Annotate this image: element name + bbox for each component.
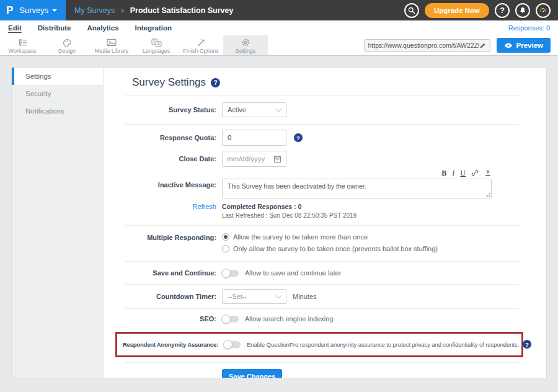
search-icon	[408, 7, 415, 14]
responses-summary: Completed Responses : 0 Last Refreshed :…	[222, 203, 356, 219]
close-date-label: Close Date:	[125, 155, 216, 163]
product-switcher[interactable]: P Surveys	[0, 0, 66, 20]
nav-tab-edit[interactable]: Edit	[8, 24, 22, 32]
radio-option-multiple-allowed[interactable]: Allow the survey to be taken more than o…	[222, 233, 438, 241]
breadcrumb: My Surveys > Product Satisfaction Survey	[74, 6, 233, 15]
breadcrumb-separator: >	[120, 7, 124, 14]
page-content: Settings Security Notifications Survey S…	[0, 56, 558, 378]
close-date-input[interactable]: mm/dd/yyyy	[222, 151, 286, 167]
magic-wand-icon	[197, 38, 206, 47]
italic-icon[interactable]: I	[452, 169, 454, 177]
toggle-knob	[221, 269, 231, 278]
upgrade-now-button[interactable]: Upgrade Now	[425, 3, 489, 18]
image-icon	[107, 38, 117, 47]
bell-icon	[519, 7, 526, 14]
translate-icon: x A	[151, 38, 162, 47]
close-date-row: Close Date: mm/dd/yyyy	[125, 151, 519, 167]
underline-icon[interactable]: U	[460, 169, 466, 177]
help-button[interactable]: ?	[495, 3, 510, 18]
survey-status-select[interactable]: Active	[222, 102, 286, 117]
survey-url-field[interactable]: https://www.questionpro.com/t/AW22Zf4yf	[364, 39, 490, 52]
last-refreshed: Last Refreshed : Sun Dec 08 22:50:35 PST…	[222, 212, 356, 219]
response-quota-help-icon[interactable]: ?	[294, 133, 303, 142]
save-continue-toggle[interactable]	[222, 270, 239, 277]
responses-count[interactable]: Responses: 0	[508, 24, 550, 32]
response-quota-row: Response Quota: ?	[125, 130, 519, 146]
survey-nav: Edit Distribute Analytics Integration Re…	[0, 20, 558, 35]
sidebar-item-settings[interactable]: Settings	[12, 68, 103, 85]
radio-option-label: Only allow the survey to be taken once (…	[233, 245, 438, 252]
tab-workspace[interactable]: Workspace	[0, 35, 45, 55]
countdown-timer-label: Countdown Timer:	[125, 293, 216, 300]
breadcrumb-my-surveys[interactable]: My Surveys	[74, 6, 115, 15]
radio-selected-icon[interactable]	[222, 233, 229, 241]
response-quota-label: Response Quota:	[125, 134, 216, 141]
tab-media-library-label: Media Library	[95, 48, 129, 54]
search-button[interactable]	[404, 3, 419, 18]
sidebar-item-security[interactable]: Security	[12, 85, 103, 102]
settings-sidebar: Settings Security Notifications	[12, 68, 104, 378]
upload-image-icon[interactable]	[484, 169, 492, 177]
tab-workspace-label: Workspace	[9, 48, 37, 54]
inactive-message-row: Inactive Message: B I U	[125, 169, 519, 200]
response-quota-input[interactable]	[222, 130, 286, 146]
survey-status-label: Survey Status:	[125, 106, 216, 114]
bold-icon[interactable]: B	[441, 169, 446, 177]
page-title: Survey Settings	[132, 76, 206, 89]
gauge-icon	[539, 7, 547, 14]
countdown-timer-value: --Set--	[228, 293, 247, 300]
inactive-message-editor: B I U	[222, 169, 492, 200]
score-gauge-button[interactable]	[536, 3, 551, 18]
save-continue-label: Save and Continue:	[125, 269, 216, 277]
workspace-icon	[17, 38, 28, 47]
toolbar-right: https://www.questionpro.com/t/AW22Zf4yf …	[364, 35, 558, 55]
tab-settings[interactable]: Settings	[223, 35, 268, 55]
countdown-timer-row: Countdown Timer: --Set-- Minutes	[125, 284, 519, 308]
multiple-responding-label: Multiple Responding:	[125, 233, 216, 241]
quota-section: Response Quota: ? Close Date: mm/dd/yyyy	[125, 124, 519, 225]
notifications-button[interactable]	[515, 3, 530, 18]
calendar-icon[interactable]	[273, 155, 281, 163]
surveys-menu[interactable]: Surveys	[19, 6, 57, 15]
inactive-message-textarea[interactable]: This Survey has been deactivated by the …	[222, 179, 492, 198]
seo-toggle[interactable]	[222, 316, 239, 323]
sidebar-item-notifications[interactable]: Notifications	[12, 102, 103, 120]
edit-pencil-icon[interactable]	[479, 42, 486, 49]
settings-card: Settings Security Notifications Survey S…	[11, 67, 547, 378]
link-icon[interactable]	[471, 169, 479, 177]
countdown-timer-select[interactable]: --Set--	[222, 289, 286, 304]
anonymity-label: Respondent Anonymity Assurance:	[120, 341, 218, 348]
survey-settings-help-icon[interactable]: ?	[211, 78, 220, 87]
header-actions: Upgrade Now ?	[404, 3, 558, 18]
nav-tab-distribute[interactable]: Distribute	[38, 24, 71, 32]
survey-status-row: Survey Status: Active	[125, 95, 519, 124]
radio-option-label: Allow the survey to be taken more than o…	[233, 233, 368, 241]
title-row: Survey Settings ?	[125, 68, 519, 95]
tab-design[interactable]: Design	[45, 35, 89, 55]
radio-option-once-only[interactable]: Only allow the survey to be taken once (…	[222, 245, 438, 252]
survey-url-text: https://www.questionpro.com/t/AW22Zf4yf	[368, 42, 479, 49]
anonymity-toggle[interactable]	[224, 341, 241, 348]
tab-media-library[interactable]: Media Library	[89, 35, 134, 55]
refresh-row: Refresh Completed Responses : 0 Last Ref…	[125, 203, 519, 219]
save-continue-desc: Allow to save and continue later	[245, 269, 341, 277]
svg-text:A: A	[157, 42, 160, 46]
refresh-link[interactable]: Refresh	[125, 203, 216, 210]
nav-tab-integration[interactable]: Integration	[135, 24, 172, 32]
countdown-timer-units: Minutes	[293, 293, 317, 300]
tab-languages[interactable]: x A Languages	[134, 35, 179, 55]
anonymity-desc: Enable QuestionPro respondent anonymity …	[247, 341, 519, 348]
tab-finish-options[interactable]: Finish Options	[179, 35, 223, 55]
save-row: Save Changes	[125, 362, 519, 378]
question-mark-icon: ?	[500, 6, 505, 15]
multiple-responding-options: Allow the survey to be taken more than o…	[222, 233, 438, 252]
surveys-menu-label: Surveys	[19, 6, 48, 15]
tab-design-label: Design	[58, 48, 76, 54]
anonymity-help-icon[interactable]: ?	[523, 340, 531, 349]
tab-finish-options-label: Finish Options	[183, 48, 219, 54]
radio-unselected-icon[interactable]	[222, 245, 229, 252]
save-changes-button[interactable]: Save Changes	[222, 369, 282, 378]
nav-tab-analytics[interactable]: Analytics	[87, 24, 118, 32]
top-header: P Surveys My Surveys > Product Satisfact…	[0, 0, 558, 20]
preview-button[interactable]: Preview	[497, 38, 551, 53]
